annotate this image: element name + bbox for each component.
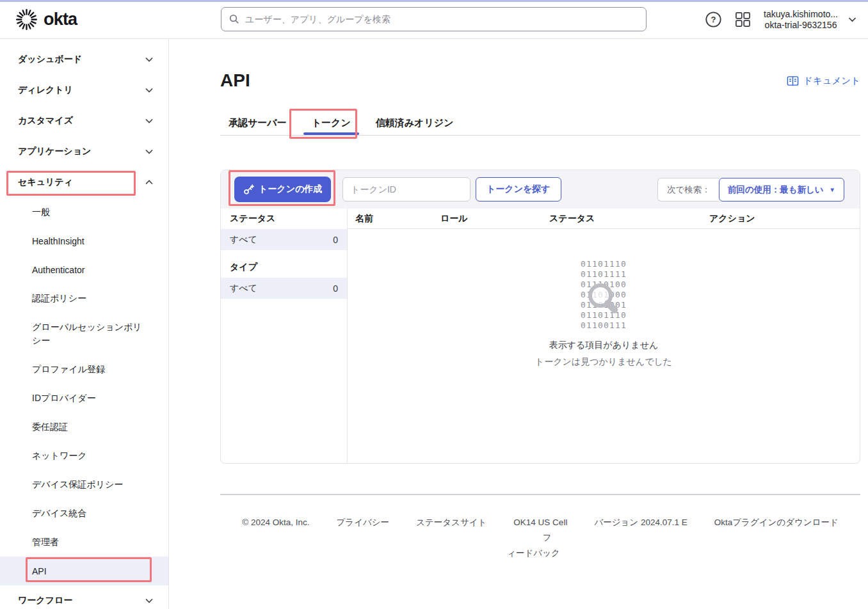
sidebar-item-label: プロファイル登録 [32, 364, 105, 376]
filter-count: 0 [333, 235, 338, 245]
footer-privacy[interactable]: プライバシー [337, 518, 390, 527]
chevron-down-icon [145, 57, 153, 62]
search-icon [229, 14, 239, 24]
column-header: ステータス [549, 213, 709, 225]
token-id-input[interactable] [342, 177, 470, 202]
sidebar-item-label: グローバルセッションポリシー [32, 320, 143, 347]
sidebar-item-device-assurance-policies[interactable]: デバイス保証ポリシー [0, 470, 168, 499]
tab-trusted-origins[interactable]: 信頼済みオリジン [367, 111, 462, 135]
footer-copyright: © 2024 Okta, Inc. [242, 518, 309, 527]
sidebar-item-profile-enrollment[interactable]: プロファイル登録 [0, 355, 168, 384]
sidebar-item-delegated-authentication[interactable]: 委任認証 [0, 413, 168, 441]
sidebar-item-device-integrations[interactable]: デバイス統合 [0, 499, 168, 528]
sidebar-item-label: セキュリティ [18, 177, 73, 188]
sidebar-item-workflow[interactable]: ワークフロー [0, 585, 168, 609]
footer-plugin-download[interactable]: Oktaプラグインのダウンロード [714, 518, 839, 527]
documentation-link[interactable]: ドキュメント [787, 75, 860, 87]
top-bar: okta ? takuya.kishimoto... okta-trial-96… [0, 0, 868, 39]
sidebar-item-networks[interactable]: ネットワーク [0, 441, 168, 470]
table-header-row: 名前ロールステータスアクション [348, 209, 860, 229]
sidebar-item-general[interactable]: 一般 [0, 198, 168, 226]
sidebar-item-security[interactable]: セキュリティ [0, 167, 168, 198]
top-accent-line [0, 0, 868, 2]
sidebar-item-api[interactable]: API [0, 557, 168, 585]
sidebar-item-id-providers[interactable]: IDプロバイダー [0, 384, 168, 413]
filter-column: ステータスすべて0タイプすべて0 [221, 209, 348, 463]
tokens-panel: トークンの作成 トークンを探す 次で検索： 前回の使用：最も新しい ▼ ステータ… [220, 170, 860, 464]
chevron-down-icon [848, 17, 856, 22]
sidebar-item-label: 一般 [32, 207, 50, 218]
sidebar-item-label: 委任認証 [32, 422, 68, 433]
sidebar-item-label: IDプロバイダー [32, 393, 96, 404]
okta-logo[interactable]: okta [15, 0, 77, 39]
empty-message-primary: 表示する項目がありません [348, 340, 860, 351]
tab-tokens[interactable]: トークン [303, 111, 359, 135]
footer-status-site[interactable]: ステータスサイト [416, 518, 486, 527]
sidebar-item-label: ダッシュボード [18, 54, 82, 65]
user-name: takuya.kishimoto... [764, 9, 838, 20]
create-token-button[interactable]: トークンの作成 [234, 177, 331, 202]
sidebar-item-customizations[interactable]: カスタマイズ [0, 106, 168, 136]
footer-cell: OK14 US Cell [513, 518, 567, 527]
empty-message-secondary: トークンは見つかりませんでした [348, 356, 860, 368]
filter-group-title: ステータス [221, 209, 347, 229]
sidebar-item-label: ディレクトリ [18, 84, 73, 96]
sidebar-item-dashboard[interactable]: ダッシュボード [0, 44, 168, 75]
sidebar-item-authenticator[interactable]: Authenticator [0, 255, 168, 284]
footer-feedback[interactable]: フィードバック [507, 533, 560, 558]
sidebar-item-label: デバイス統合 [32, 508, 86, 519]
footer-divider [220, 494, 860, 495]
okta-wordmark: okta [44, 10, 77, 29]
sidebar-item-label: ネットワーク [32, 450, 87, 462]
find-token-button[interactable]: トークンを探す [476, 177, 561, 202]
chevron-down-icon [145, 149, 153, 154]
sidebar-item-global-session-policy[interactable]: グローバルセッションポリシー [0, 313, 168, 355]
page-title: API [220, 70, 250, 91]
sidebar-item-healthinsight[interactable]: HealthInsight [0, 226, 168, 255]
sidebar-item-applications[interactable]: アプリケーション [0, 136, 168, 167]
filter-count: 0 [333, 283, 338, 294]
tokens-toolbar: トークンの作成 トークンを探す 次で検索： 前回の使用：最も新しい ▼ [221, 170, 860, 209]
magnifier-icon [579, 278, 628, 327]
tokens-table: 名前ロールステータスアクション 011011100110111101110100… [348, 209, 860, 463]
sidebar-item-label: デバイス保証ポリシー [32, 479, 123, 491]
global-search-input[interactable] [245, 14, 638, 24]
caret-down-icon: ▼ [830, 186, 835, 193]
column-header: ロール [440, 213, 549, 225]
column-header: アクション [709, 213, 755, 225]
empty-state: 0110111001101111011101000110100001101001… [348, 259, 860, 368]
user-org: okta-trial-9632156 [764, 20, 838, 31]
chevron-down-icon [145, 598, 153, 603]
apps-grid-icon[interactable] [735, 12, 751, 28]
footer-version: バージョン 2024.07.1 E [594, 518, 687, 527]
sidebar-item-label: Authenticator [32, 265, 85, 275]
column-header: 名前 [355, 213, 440, 225]
tab-authorization-servers[interactable]: 承認サーバー [220, 111, 295, 135]
sidebar-item-label: API [32, 566, 47, 576]
filter-label: すべて [230, 283, 257, 294]
sidebar-item-label: 管理者 [32, 537, 59, 548]
global-search[interactable] [221, 7, 647, 31]
sort-dropdown[interactable]: 前回の使用：最も新しい ▼ [719, 178, 844, 202]
chevron-up-icon [145, 180, 153, 185]
binary-line: 01101110 [348, 259, 860, 269]
filter-row[interactable]: すべて0 [221, 278, 347, 299]
chevron-down-icon [145, 88, 153, 93]
help-icon[interactable]: ? [705, 11, 722, 28]
footer: © 2024 Okta, Inc.プライバシーステータスサイトOK14 US C… [220, 515, 860, 561]
user-menu[interactable]: takuya.kishimoto... okta-trial-9632156 [764, 9, 856, 31]
main-content: API ドキュメント 承認サーバートークン信頼済みオリジン トークンの作成 [170, 39, 868, 609]
svg-text:?: ? [711, 15, 716, 24]
filter-row[interactable]: すべて0 [221, 229, 347, 250]
sidebar-item-label: ワークフロー [18, 595, 72, 606]
sidebar-item-label: アプリケーション [18, 146, 91, 157]
filter-group-title: タイプ [221, 257, 347, 278]
sidebar-item-directory[interactable]: ディレクトリ [0, 75, 168, 106]
sort-control: 次で検索： 前回の使用：最も新しい ▼ [657, 178, 844, 202]
sidebar-item-label: カスタマイズ [18, 115, 73, 127]
chevron-down-icon [145, 118, 153, 123]
sidebar-item-label: 認証ポリシー [32, 293, 86, 304]
sidebar-item-administrators[interactable]: 管理者 [0, 528, 168, 557]
tab-bar: 承認サーバートークン信頼済みオリジン [220, 111, 860, 136]
sidebar-item-authentication-policies[interactable]: 認証ポリシー [0, 284, 168, 313]
